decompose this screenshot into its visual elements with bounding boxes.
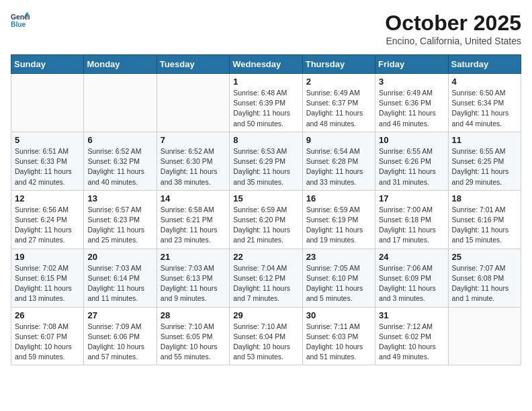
calendar-cell: 23Sunrise: 7:05 AMSunset: 6:10 PMDayligh… <box>302 248 375 307</box>
calendar-cell: 5Sunrise: 6:51 AMSunset: 6:33 PMDaylight… <box>11 132 84 190</box>
month-title: October 2025 <box>385 11 521 36</box>
day-info: Sunrise: 6:53 AMSunset: 6:29 PMDaylight:… <box>233 146 298 187</box>
day-info: Sunrise: 6:49 AMSunset: 6:36 PMDaylight:… <box>379 88 444 129</box>
calendar-cell: 28Sunrise: 7:10 AMSunset: 6:05 PMDayligh… <box>157 307 229 365</box>
calendar-cell: 14Sunrise: 6:58 AMSunset: 6:21 PMDayligh… <box>157 190 229 248</box>
day-number: 17 <box>379 193 444 203</box>
calendar-cell <box>157 74 229 132</box>
day-number: 23 <box>306 252 371 262</box>
weekday-header: Monday <box>84 55 157 74</box>
page-header: General Blue October 2025 Encino, Califo… <box>11 11 521 46</box>
day-number: 5 <box>15 135 80 145</box>
day-info: Sunrise: 6:50 AMSunset: 6:34 PMDaylight:… <box>452 88 517 129</box>
day-info: Sunrise: 7:00 AMSunset: 6:18 PMDaylight:… <box>379 205 444 246</box>
day-info: Sunrise: 6:58 AMSunset: 6:21 PMDaylight:… <box>161 205 226 246</box>
day-info: Sunrise: 7:02 AMSunset: 6:15 PMDaylight:… <box>15 263 80 304</box>
calendar-cell: 2Sunrise: 6:49 AMSunset: 6:37 PMDaylight… <box>302 74 375 132</box>
day-number: 12 <box>15 193 80 203</box>
day-number: 7 <box>161 135 226 145</box>
calendar-cell: 7Sunrise: 6:52 AMSunset: 6:30 PMDaylight… <box>157 132 229 190</box>
day-number: 27 <box>87 310 152 320</box>
day-number: 26 <box>15 310 80 320</box>
calendar-table: SundayMondayTuesdayWednesdayThursdayFrid… <box>11 54 521 365</box>
day-number: 22 <box>233 252 298 262</box>
calendar-cell: 17Sunrise: 7:00 AMSunset: 6:18 PMDayligh… <box>375 190 448 248</box>
calendar-cell: 27Sunrise: 7:09 AMSunset: 6:06 PMDayligh… <box>84 307 157 365</box>
calendar-cell: 30Sunrise: 7:11 AMSunset: 6:03 PMDayligh… <box>302 307 375 365</box>
day-number: 1 <box>233 77 298 87</box>
day-number: 28 <box>161 310 226 320</box>
day-info: Sunrise: 6:55 AMSunset: 6:25 PMDaylight:… <box>452 146 517 187</box>
day-info: Sunrise: 6:54 AMSunset: 6:28 PMDaylight:… <box>306 146 371 187</box>
day-info: Sunrise: 6:52 AMSunset: 6:32 PMDaylight:… <box>87 146 152 187</box>
calendar-cell: 26Sunrise: 7:08 AMSunset: 6:07 PMDayligh… <box>11 307 84 365</box>
calendar-week-row: 1Sunrise: 6:48 AMSunset: 6:39 PMDaylight… <box>11 74 521 132</box>
day-number: 25 <box>452 252 517 262</box>
calendar-cell: 1Sunrise: 6:48 AMSunset: 6:39 PMDaylight… <box>230 74 302 132</box>
calendar-cell: 12Sunrise: 6:56 AMSunset: 6:24 PMDayligh… <box>11 190 84 248</box>
day-info: Sunrise: 6:59 AMSunset: 6:20 PMDaylight:… <box>233 205 298 246</box>
day-info: Sunrise: 7:03 AMSunset: 6:14 PMDaylight:… <box>87 263 152 304</box>
day-number: 10 <box>379 135 444 145</box>
calendar-week-row: 19Sunrise: 7:02 AMSunset: 6:15 PMDayligh… <box>11 248 521 307</box>
day-info: Sunrise: 7:10 AMSunset: 6:04 PMDaylight:… <box>233 322 298 363</box>
day-info: Sunrise: 6:49 AMSunset: 6:37 PMDaylight:… <box>306 88 371 129</box>
svg-text:Blue: Blue <box>11 21 26 28</box>
day-info: Sunrise: 7:05 AMSunset: 6:10 PMDaylight:… <box>306 263 371 304</box>
calendar-cell: 6Sunrise: 6:52 AMSunset: 6:32 PMDaylight… <box>84 132 157 190</box>
calendar-cell: 21Sunrise: 7:03 AMSunset: 6:13 PMDayligh… <box>157 248 229 307</box>
calendar-cell: 25Sunrise: 7:07 AMSunset: 6:08 PMDayligh… <box>448 248 521 307</box>
day-number: 19 <box>15 252 80 262</box>
day-info: Sunrise: 7:06 AMSunset: 6:09 PMDaylight:… <box>379 263 444 304</box>
weekday-header-row: SundayMondayTuesdayWednesdayThursdayFrid… <box>11 55 521 74</box>
day-number: 16 <box>306 193 371 203</box>
day-info: Sunrise: 7:10 AMSunset: 6:05 PMDaylight:… <box>161 322 226 363</box>
logo: General Blue <box>11 11 30 30</box>
calendar-cell: 3Sunrise: 6:49 AMSunset: 6:36 PMDaylight… <box>375 74 448 132</box>
weekday-header: Tuesday <box>157 55 229 74</box>
calendar-cell: 8Sunrise: 6:53 AMSunset: 6:29 PMDaylight… <box>230 132 302 190</box>
day-number: 6 <box>87 135 152 145</box>
day-number: 11 <box>452 135 517 145</box>
day-number: 3 <box>379 77 444 87</box>
day-info: Sunrise: 6:55 AMSunset: 6:26 PMDaylight:… <box>379 146 444 187</box>
weekday-header: Sunday <box>11 55 84 74</box>
calendar-cell: 20Sunrise: 7:03 AMSunset: 6:14 PMDayligh… <box>84 248 157 307</box>
day-number: 9 <box>306 135 371 145</box>
day-number: 15 <box>233 193 298 203</box>
weekday-header: Thursday <box>302 55 375 74</box>
calendar-cell: 24Sunrise: 7:06 AMSunset: 6:09 PMDayligh… <box>375 248 448 307</box>
day-info: Sunrise: 7:12 AMSunset: 6:02 PMDaylight:… <box>379 322 444 363</box>
day-number: 8 <box>233 135 298 145</box>
calendar-cell: 15Sunrise: 6:59 AMSunset: 6:20 PMDayligh… <box>230 190 302 248</box>
day-number: 29 <box>233 310 298 320</box>
calendar-cell: 11Sunrise: 6:55 AMSunset: 6:25 PMDayligh… <box>448 132 521 190</box>
day-info: Sunrise: 6:51 AMSunset: 6:33 PMDaylight:… <box>15 146 80 187</box>
day-info: Sunrise: 7:03 AMSunset: 6:13 PMDaylight:… <box>161 263 226 304</box>
day-info: Sunrise: 7:04 AMSunset: 6:12 PMDaylight:… <box>233 263 298 304</box>
calendar-week-row: 5Sunrise: 6:51 AMSunset: 6:33 PMDaylight… <box>11 132 521 190</box>
day-number: 13 <box>87 193 152 203</box>
calendar-cell: 18Sunrise: 7:01 AMSunset: 6:16 PMDayligh… <box>448 190 521 248</box>
day-info: Sunrise: 7:01 AMSunset: 6:16 PMDaylight:… <box>452 205 517 246</box>
weekday-header: Wednesday <box>230 55 302 74</box>
calendar-cell: 22Sunrise: 7:04 AMSunset: 6:12 PMDayligh… <box>230 248 302 307</box>
day-number: 24 <box>379 252 444 262</box>
day-info: Sunrise: 7:07 AMSunset: 6:08 PMDaylight:… <box>452 263 517 304</box>
calendar-cell: 9Sunrise: 6:54 AMSunset: 6:28 PMDaylight… <box>302 132 375 190</box>
day-number: 14 <box>161 193 226 203</box>
weekday-header: Saturday <box>448 55 521 74</box>
calendar-cell: 13Sunrise: 6:57 AMSunset: 6:23 PMDayligh… <box>84 190 157 248</box>
calendar-cell: 29Sunrise: 7:10 AMSunset: 6:04 PMDayligh… <box>230 307 302 365</box>
calendar-week-row: 26Sunrise: 7:08 AMSunset: 6:07 PMDayligh… <box>11 307 521 365</box>
calendar-cell: 4Sunrise: 6:50 AMSunset: 6:34 PMDaylight… <box>448 74 521 132</box>
calendar-cell <box>448 307 521 365</box>
day-info: Sunrise: 7:09 AMSunset: 6:06 PMDaylight:… <box>87 322 152 363</box>
calendar-cell <box>84 74 157 132</box>
calendar-cell: 19Sunrise: 7:02 AMSunset: 6:15 PMDayligh… <box>11 248 84 307</box>
day-info: Sunrise: 7:11 AMSunset: 6:03 PMDaylight:… <box>306 322 371 363</box>
day-number: 30 <box>306 310 371 320</box>
day-number: 20 <box>87 252 152 262</box>
day-info: Sunrise: 6:48 AMSunset: 6:39 PMDaylight:… <box>233 88 298 129</box>
day-info: Sunrise: 6:59 AMSunset: 6:19 PMDaylight:… <box>306 205 371 246</box>
